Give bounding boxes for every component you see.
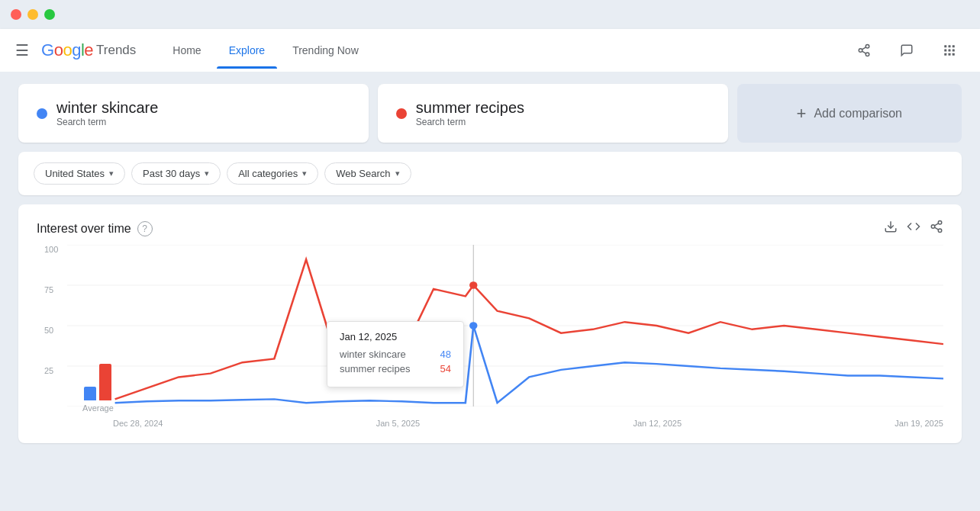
- feedback-icon[interactable]: [891, 35, 922, 66]
- x-label-2: Jan 5, 2025: [376, 419, 421, 428]
- navbar: ☰ Google Trends Home Explore Trending No…: [0, 29, 980, 72]
- google-wordmark: Google: [41, 40, 93, 60]
- y-axis-labels: 100 75 50 25: [44, 245, 58, 407]
- term-dot-blue: [37, 108, 47, 119]
- nav-trending-now[interactable]: Trending Now: [280, 38, 371, 63]
- nav-actions: [849, 35, 965, 66]
- filter-country[interactable]: United States ▾: [34, 162, 125, 185]
- svg-line-3: [862, 51, 866, 53]
- svg-rect-11: [944, 53, 946, 56]
- svg-line-18: [934, 227, 938, 230]
- filter-country-label: United States: [45, 168, 105, 179]
- embed-icon[interactable]: [907, 220, 920, 237]
- chevron-down-icon: ▾: [109, 169, 114, 178]
- term-name-2: summer recipes: [416, 99, 524, 117]
- search-term-card-1[interactable]: winter skincare Search term: [18, 84, 369, 143]
- download-icon[interactable]: [884, 220, 898, 237]
- svg-rect-7: [953, 45, 955, 47]
- search-terms-row: winter skincare Search term summer recip…: [18, 84, 962, 143]
- nav-links: Home Explore Trending Now: [160, 38, 849, 63]
- y-label-100: 100: [44, 245, 58, 254]
- interest-over-time-card: Interest over time ?: [18, 204, 962, 443]
- titlebar: [0, 0, 980, 29]
- svg-point-15: [938, 221, 942, 225]
- help-icon[interactable]: ?: [137, 221, 153, 236]
- tooltip-row-1: winter skincare 48: [340, 349, 451, 360]
- hamburger-menu-icon[interactable]: ☰: [15, 41, 29, 59]
- term-type-2: Search term: [416, 117, 524, 127]
- x-label-1: Dec 28, 2024: [113, 419, 163, 428]
- main-content: winter skincare Search term summer recip…: [0, 72, 980, 455]
- filter-search-type-label: Web Search: [336, 168, 390, 179]
- avg-bar-blue: [84, 387, 96, 400]
- nav-home[interactable]: Home: [160, 38, 213, 63]
- plus-icon: +: [797, 104, 807, 124]
- apps-icon[interactable]: [934, 35, 965, 66]
- svg-rect-6: [949, 45, 951, 47]
- filter-categories-label: All categories: [238, 168, 298, 179]
- term-type-1: Search term: [56, 117, 158, 127]
- x-label-3: Jan 12, 2025: [633, 419, 682, 428]
- tooltip-row-2: summer recipes 54: [340, 363, 451, 374]
- svg-point-27: [469, 322, 477, 329]
- tooltip-label-1: winter skincare: [340, 349, 406, 360]
- tooltip-date: Jan 12, 2025: [340, 331, 451, 342]
- svg-rect-9: [949, 50, 951, 52]
- svg-rect-5: [944, 45, 946, 47]
- minimize-button[interactable]: [27, 9, 38, 20]
- tooltip-value-2: 54: [440, 363, 451, 374]
- svg-point-16: [931, 225, 935, 229]
- filter-time-range[interactable]: Past 30 days ▾: [131, 162, 221, 185]
- average-bars: [84, 347, 111, 400]
- add-comparison-button[interactable]: + Add comparison: [737, 84, 962, 143]
- tooltip-value-1: 48: [440, 349, 451, 360]
- y-label-50: 50: [44, 326, 58, 335]
- interest-title: Interest over time: [37, 222, 131, 236]
- trends-label: Trends: [96, 43, 136, 58]
- interest-header: Interest over time ?: [37, 220, 943, 237]
- svg-point-17: [938, 229, 942, 233]
- x-axis-labels: Dec 28, 2024 Jan 5, 2025 Jan 12, 2025 Ja…: [113, 419, 943, 428]
- y-label-25: 25: [44, 366, 58, 375]
- close-button[interactable]: [11, 9, 21, 20]
- average-bar-area: Average: [82, 347, 114, 413]
- term-dot-red: [396, 108, 407, 119]
- interest-actions: [884, 220, 943, 237]
- chart-tooltip: Jan 12, 2025 winter skincare 48 summer r…: [327, 321, 464, 387]
- svg-point-1: [859, 49, 862, 53]
- chevron-down-icon: ▾: [302, 169, 307, 178]
- average-label: Average: [82, 403, 114, 413]
- search-term-card-2[interactable]: summer recipes Search term: [378, 84, 728, 143]
- add-comparison-label: Add comparison: [814, 107, 902, 121]
- share-icon[interactable]: [930, 220, 943, 237]
- svg-rect-12: [949, 53, 951, 56]
- svg-line-19: [934, 223, 938, 226]
- filter-categories[interactable]: All categories ▾: [227, 162, 318, 185]
- filter-time-label: Past 30 days: [143, 168, 200, 179]
- x-label-4: Jan 19, 2025: [895, 419, 943, 428]
- chevron-down-icon: ▾: [395, 169, 400, 178]
- avg-bar-red: [99, 364, 111, 400]
- chart-container: 100 75 50 25: [37, 245, 943, 428]
- svg-point-26: [469, 281, 477, 289]
- svg-rect-10: [953, 50, 955, 52]
- nav-explore[interactable]: Explore: [217, 38, 277, 63]
- maximize-button[interactable]: [44, 9, 55, 20]
- logo: Google Trends: [41, 40, 136, 60]
- term-name-1: winter skincare: [56, 99, 158, 117]
- svg-line-4: [862, 47, 866, 50]
- filter-search-type[interactable]: Web Search ▾: [324, 162, 411, 185]
- chevron-down-icon: ▾: [205, 169, 209, 178]
- line-chart: [67, 245, 943, 407]
- y-label-75: 75: [44, 285, 58, 294]
- share-icon[interactable]: [849, 35, 879, 66]
- filters-row: United States ▾ Past 30 days ▾ All categ…: [18, 152, 962, 195]
- svg-rect-13: [953, 53, 955, 56]
- svg-point-0: [866, 45, 869, 49]
- svg-rect-8: [944, 50, 946, 52]
- svg-point-2: [866, 53, 869, 56]
- tooltip-label-2: summer recipes: [340, 363, 410, 374]
